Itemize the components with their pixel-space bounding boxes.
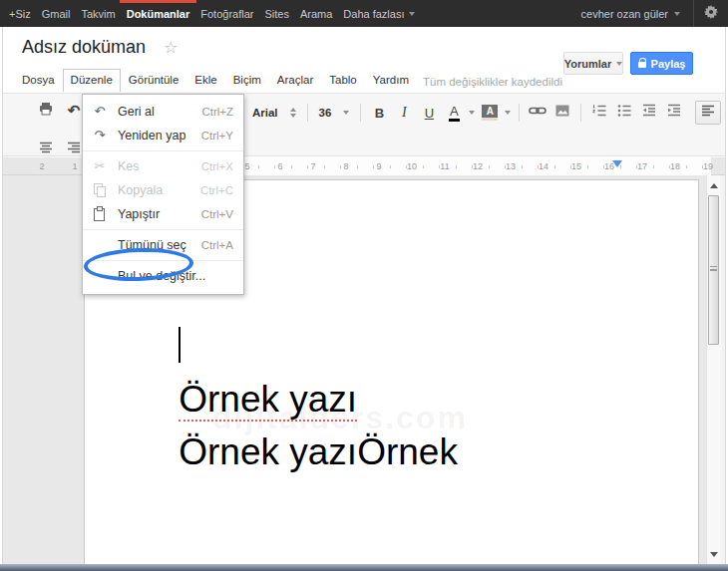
comments-button[interactable]: Yorumlar bbox=[563, 52, 623, 75]
right-indent-marker[interactable] bbox=[612, 160, 622, 167]
undo-icon: ↶ bbox=[68, 102, 81, 120]
account-menu[interactable]: cevher ozan güler bbox=[581, 8, 693, 20]
top-nav-item[interactable]: +Siz bbox=[9, 0, 31, 27]
menu-item[interactable]: ↶ Geri al Ctrl+Z bbox=[83, 100, 243, 124]
insert-link-button[interactable] bbox=[528, 102, 547, 124]
menu-item-shortcut: Ctrl+Y bbox=[201, 130, 233, 142]
menu-item-icon bbox=[91, 237, 109, 253]
top-nav-item[interactable]: Dokümanlar bbox=[127, 0, 190, 27]
top-nav-item[interactable]: Takvim bbox=[81, 0, 115, 27]
decrease-indent-button[interactable] bbox=[639, 102, 659, 124]
italic-button[interactable]: I bbox=[394, 102, 414, 124]
menu-bar-item-label: Dosya bbox=[22, 74, 55, 86]
top-nav-item[interactable]: Fotoğraflar bbox=[200, 0, 253, 27]
numbered-list-icon bbox=[591, 103, 607, 123]
scroll-up-arrow-icon[interactable] bbox=[710, 183, 718, 188]
menu-item[interactable]: Yapıştır Ctrl+V bbox=[83, 202, 243, 226]
menu-bar-item[interactable]: Yardım bbox=[365, 69, 417, 92]
align-right-button[interactable] bbox=[64, 139, 84, 160]
menu-bar-item[interactable]: Dosya bbox=[14, 69, 63, 92]
ruler-number: 1 bbox=[72, 161, 77, 171]
menu-item-label: Yeniden yap bbox=[118, 129, 201, 143]
highlight-color-button[interactable]: A bbox=[480, 102, 500, 124]
numbered-list-button[interactable] bbox=[589, 102, 609, 124]
bulleted-list-button[interactable] bbox=[614, 102, 634, 124]
menu-bar-item[interactable]: Tablo bbox=[321, 69, 365, 92]
scroll-down-arrow-icon[interactable] bbox=[710, 552, 718, 557]
print-button[interactable] bbox=[36, 100, 56, 122]
menu-bar-item[interactable]: Görüntüle bbox=[121, 69, 187, 92]
menu-item-icon: ✂ bbox=[91, 158, 109, 174]
insert-image-button[interactable] bbox=[552, 102, 572, 124]
menu-item[interactable]: ↷ Yeniden yap Ctrl+Y bbox=[83, 124, 243, 147]
lock-icon bbox=[638, 62, 646, 68]
menu-item[interactable]: ✂ Kes Ctrl+X bbox=[83, 154, 243, 178]
menu-item-icon: ↶ bbox=[91, 104, 109, 120]
menu-bar-item-label: Biçim bbox=[233, 74, 261, 86]
toolbar-wrap-group bbox=[36, 139, 84, 160]
up-down-arrows-icon bbox=[290, 108, 296, 118]
share-button[interactable]: Paylaş bbox=[630, 52, 693, 75]
menu-item-icon: ↷ bbox=[91, 128, 109, 143]
top-nav-item[interactable]: Daha fazlası bbox=[343, 0, 414, 27]
align-right-icon bbox=[66, 140, 82, 159]
underline-icon: U bbox=[425, 106, 434, 121]
chevron-down-icon bbox=[616, 62, 622, 66]
align-center-button[interactable] bbox=[36, 139, 56, 160]
top-nav-item-label: Dokümanlar bbox=[127, 8, 190, 20]
toolbar-separator bbox=[360, 104, 361, 122]
ruler-number: 19 bbox=[703, 161, 713, 171]
menu-bar-item[interactable]: Araçlar bbox=[269, 69, 321, 92]
font-family-select[interactable]: Arial bbox=[249, 107, 299, 119]
underline-button[interactable]: U bbox=[419, 102, 439, 124]
bulleted-list-icon bbox=[616, 103, 632, 123]
menu-item-shortcut: Ctrl+A bbox=[201, 239, 233, 251]
top-nav-item[interactable]: Sites bbox=[264, 0, 288, 27]
menu-bar-item[interactable]: Biçim bbox=[225, 69, 269, 92]
toolbar-separator bbox=[307, 104, 308, 122]
settings-button[interactable] bbox=[693, 0, 728, 27]
menu-bar-item[interactable]: Ekle bbox=[186, 69, 224, 92]
scrollbar-thumb[interactable] bbox=[708, 195, 719, 345]
window-bottom-edge bbox=[0, 564, 728, 571]
italic-icon: I bbox=[402, 105, 407, 121]
undo-button[interactable]: ↶ bbox=[64, 100, 84, 122]
menu-item[interactable]: Kopyala Ctrl+C bbox=[83, 178, 243, 202]
top-nav-item-label: Daha fazlası bbox=[343, 8, 404, 20]
save-status-text: Tüm değişiklikler kaydedildi bbox=[423, 76, 562, 88]
document-title[interactable]: Adsız doküman bbox=[22, 37, 146, 58]
decrease-indent-icon bbox=[641, 103, 657, 123]
menu-bar: Dosya Düzenle Görüntüle Ekle Biçim Araçl… bbox=[14, 69, 417, 92]
menu-bar-item[interactable]: Düzenle bbox=[63, 69, 121, 92]
text-color-button[interactable]: A bbox=[444, 102, 464, 124]
scrollbar-grip-icon bbox=[710, 266, 717, 271]
scrollbar-gutter bbox=[721, 175, 725, 564]
ruler-number: 17 bbox=[637, 161, 647, 171]
top-nav-item[interactable]: Arama bbox=[300, 0, 332, 27]
chevron-down-icon[interactable] bbox=[505, 111, 511, 115]
ruler-number: 14 bbox=[539, 161, 548, 171]
increase-indent-button[interactable] bbox=[664, 102, 684, 124]
menu-bar-item-label: Görüntüle bbox=[129, 74, 180, 86]
menu-bar-item-label: Yardım bbox=[373, 74, 409, 86]
align-left-button[interactable] bbox=[695, 101, 721, 125]
comments-button-label: Yorumlar bbox=[564, 58, 611, 70]
chevron-down-icon[interactable] bbox=[469, 111, 475, 115]
window-right-border bbox=[725, 27, 726, 564]
menu-bar-item-label: Araçlar bbox=[277, 74, 313, 86]
document-line[interactable]: Örnek yazı Örnek yazıÖrnek bbox=[97, 267, 646, 531]
user-name: cevher ozan güler bbox=[581, 8, 668, 20]
star-icon[interactable]: ☆ bbox=[164, 38, 178, 57]
ruler-number: 12 bbox=[473, 161, 483, 171]
font-size-select[interactable]: 36 bbox=[316, 107, 353, 119]
toolbar-left-group: ↶ bbox=[36, 100, 84, 122]
bold-button[interactable]: B bbox=[369, 102, 389, 124]
top-nav-item[interactable]: Gmail bbox=[42, 0, 71, 27]
menu-item-shortcut: Ctrl+Z bbox=[201, 106, 233, 118]
menu-bar-item-label: Tablo bbox=[329, 74, 357, 86]
chevron-down-icon bbox=[409, 12, 415, 16]
menu-item-label: Geri al bbox=[118, 105, 201, 119]
top-nav-item-label: Gmail bbox=[42, 8, 71, 20]
font-family-value: Arial bbox=[252, 107, 278, 119]
ruler-number: 7 bbox=[310, 161, 315, 171]
